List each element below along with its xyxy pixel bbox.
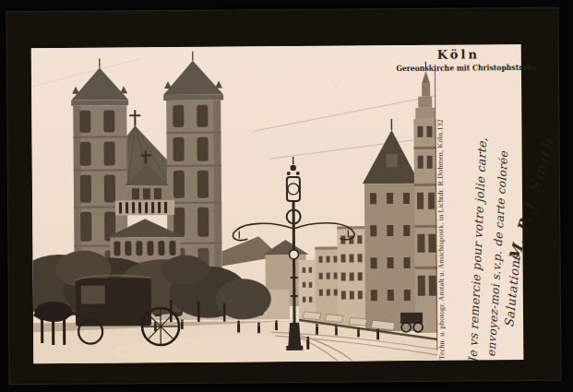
title-block: Köln Gereonskirche mit Christophstraße bbox=[389, 48, 528, 74]
caption: Gereonskirche mit Christophstraße bbox=[396, 63, 520, 74]
photo bbox=[31, 45, 438, 363]
photo-illustration bbox=[31, 45, 438, 363]
city-title: Köln bbox=[389, 48, 528, 63]
handwriting-signature: M. P. J. Smith bbox=[506, 137, 559, 264]
publisher-credit: Techn. u. photogr. Anstalt u. Ansichtspo… bbox=[436, 119, 446, 360]
scan-backdrop: Köln Gereonskirche mit Christophstraße T… bbox=[0, 0, 573, 392]
postcard: Köln Gereonskirche mit Christophstraße T… bbox=[6, 8, 560, 385]
statue-arcade bbox=[115, 200, 174, 216]
handwriting-line-3: Salutations bbox=[502, 254, 523, 328]
postcard-face: Köln Gereonskirche mit Christophstraße T… bbox=[31, 44, 524, 363]
